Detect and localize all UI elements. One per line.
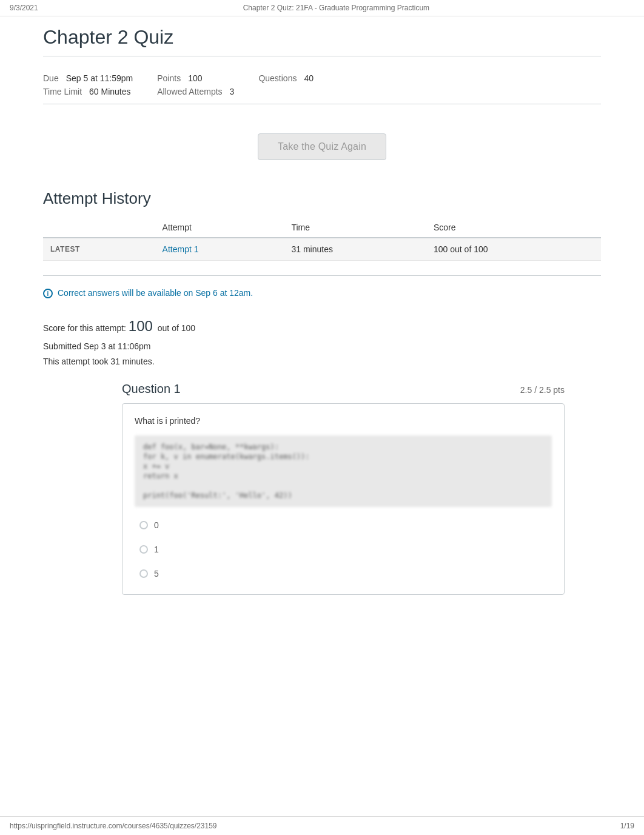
points-row: Points 100 — [157, 73, 234, 83]
due-row: Due Sep 5 at 11:59pm — [43, 73, 133, 83]
button-area: Take the Quiz Again — [43, 119, 601, 175]
time-limit-row: Time Limit 60 Minutes — [43, 87, 133, 96]
page-title: Chapter 2 Quiz — [43, 26, 601, 56]
answer-option-0[interactable]: 0 — [135, 517, 552, 534]
attempt-history-table: Attempt Time Score LATEST Attempt 1 31 m… — [43, 218, 601, 261]
question-box: What is i printed? def foo(x, bar=None, … — [122, 403, 565, 595]
table-header-label — [43, 218, 155, 238]
time-limit-label: Time Limit — [43, 87, 82, 96]
score-line: Score for this attempt: 100 out of 100 — [43, 313, 601, 339]
attempts-label: Allowed Attempts — [157, 87, 222, 96]
browser-bar: 9/3/2021 Chapter 2 Quiz: 21FA - Graduate… — [0, 0, 644, 16]
middle-info-column: Points 100 Allowed Attempts 3 — [157, 73, 234, 96]
answer-text-0: 0 — [154, 520, 159, 530]
attempt-score: 100 out of 100 — [426, 238, 601, 261]
table-header-attempt: Attempt — [155, 218, 284, 238]
question-1-section: Question 1 2.5 / 2.5 pts What is i print… — [122, 382, 565, 595]
attempt-link-cell[interactable]: Attempt 1 — [155, 238, 284, 261]
duration-line: This attempt took 31 minutes. — [43, 354, 601, 369]
questions-label: Questions — [258, 73, 297, 83]
radio-1[interactable] — [139, 545, 148, 554]
browser-date: 9/3/2021 — [10, 4, 38, 12]
attempt-history-title: Attempt History — [43, 189, 601, 208]
browser-title: Chapter 2 Quiz: 21FA - Graduate Programm… — [243, 4, 429, 12]
attempts-row: Allowed Attempts 3 — [157, 87, 234, 96]
attempt-time: 31 minutes — [284, 238, 426, 261]
notice-text: Correct answers will be available on Sep… — [58, 288, 253, 298]
answer-options: 0 1 5 — [135, 517, 552, 582]
due-label: Due — [43, 73, 59, 83]
left-info-column: Due Sep 5 at 11:59pm Time Limit 60 Minut… — [43, 73, 133, 96]
right-info-column: Questions 40 — [258, 73, 314, 96]
question-points: 2.5 / 2.5 pts — [520, 385, 565, 395]
code-line-3: x += v — [143, 462, 543, 471]
code-line-2: for k, v in enumerate(kwargs.items()): — [143, 452, 543, 461]
time-limit-value: 60 Minutes — [89, 87, 130, 96]
submitted-line: Submitted Sep 3 at 11:06pm — [43, 339, 601, 354]
points-value: 100 — [188, 73, 202, 83]
table-row: LATEST Attempt 1 31 minutes 100 out of 1… — [43, 238, 601, 261]
radio-0[interactable] — [139, 521, 148, 529]
page-container: Chapter 2 Quiz Due Sep 5 at 11:59pm Time… — [31, 16, 613, 631]
score-label: Score for this attempt: — [43, 323, 126, 333]
table-header-time: Time — [284, 218, 426, 238]
latest-label: LATEST — [43, 238, 155, 261]
quiz-info-bar: Due Sep 5 at 11:59pm Time Limit 60 Minut… — [43, 66, 601, 104]
question-title: Question 1 — [122, 382, 181, 396]
score-suffix: out of 100 — [158, 323, 195, 333]
take-quiz-again-button[interactable]: Take the Quiz Again — [258, 133, 386, 160]
code-line-4: return x — [143, 472, 543, 480]
answer-option-1[interactable]: 1 — [135, 541, 552, 558]
attempt-summary: Score for this attempt: 100 out of 100 S… — [43, 308, 601, 382]
code-line-6: print(foo('Result:', 'Hello', 42)) — [143, 491, 543, 500]
code-line-1: def foo(x, bar=None, **kwargs): — [143, 443, 543, 451]
radio-5[interactable] — [139, 569, 148, 578]
answer-text-5: 5 — [154, 569, 159, 578]
points-label: Points — [157, 73, 181, 83]
divider-1 — [43, 275, 601, 276]
code-block: def foo(x, bar=None, **kwargs): for k, v… — [135, 435, 552, 507]
info-icon: i — [43, 289, 53, 298]
answer-text-1: 1 — [154, 545, 159, 554]
due-value: Sep 5 at 11:59pm — [66, 73, 133, 83]
answer-option-5[interactable]: 5 — [135, 565, 552, 582]
code-line-5 — [143, 481, 543, 490]
questions-value: 40 — [304, 73, 314, 83]
questions-row: Questions 40 — [258, 73, 314, 83]
table-header-score: Score — [426, 218, 601, 238]
question-text: What is i printed? — [135, 416, 552, 426]
score-value: 100 — [129, 318, 153, 334]
attempts-value: 3 — [230, 87, 235, 96]
info-notice: i Correct answers will be available on S… — [43, 281, 601, 308]
question-header: Question 1 2.5 / 2.5 pts — [122, 382, 565, 396]
attempt-1-link[interactable]: Attempt 1 — [163, 244, 199, 254]
